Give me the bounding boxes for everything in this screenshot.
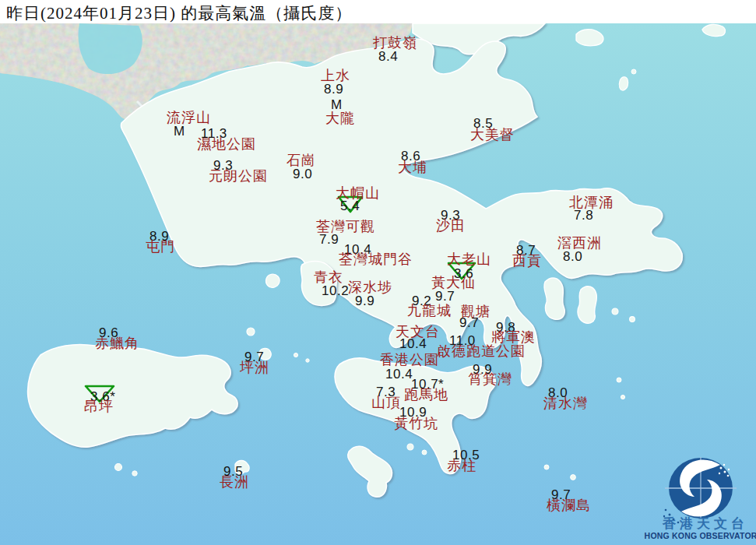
- page-title: 昨日(2024年01月23日) 的最高氣溫（攝氏度）: [6, 2, 352, 24]
- tsing-yi-island: [301, 262, 336, 306]
- small-island: [407, 444, 413, 450]
- soko-island: [132, 471, 137, 476]
- peng-chau-island: [258, 348, 271, 360]
- mirs-bay-islet: [619, 77, 628, 90]
- hko-logo-english: HONG KONG OBSERVATORY: [643, 531, 756, 540]
- harbour-islet: [294, 353, 297, 357]
- po-toi-island: [544, 465, 549, 469]
- small-island: [612, 308, 618, 315]
- harbour-islet: [306, 359, 309, 362]
- hko-logo-chinese: 香港天文台: [651, 515, 756, 533]
- title-bar: 昨日(2024年01月23日) 的最高氣溫（攝氏度）: [0, 0, 756, 23]
- small-island: [422, 450, 427, 455]
- small-island: [247, 328, 255, 336]
- soko-island: [115, 464, 122, 471]
- kau-sai-chau-island: [544, 278, 564, 319]
- waglan-islet: [571, 475, 576, 480]
- hong-kong-map: [0, 0, 756, 545]
- port-shelter-island: [578, 287, 596, 324]
- hko-logo: 香港天文台 HONG KONG OBSERVATORY: [651, 454, 756, 545]
- small-island: [617, 378, 621, 382]
- ma-wan-island: [266, 274, 280, 287]
- small-island: [631, 69, 636, 74]
- small-island: [621, 395, 624, 399]
- small-island: [630, 317, 635, 322]
- hko-max-temperature-map: 昨日(2024年01月23日) 的最高氣溫（攝氏度）: [0, 0, 756, 545]
